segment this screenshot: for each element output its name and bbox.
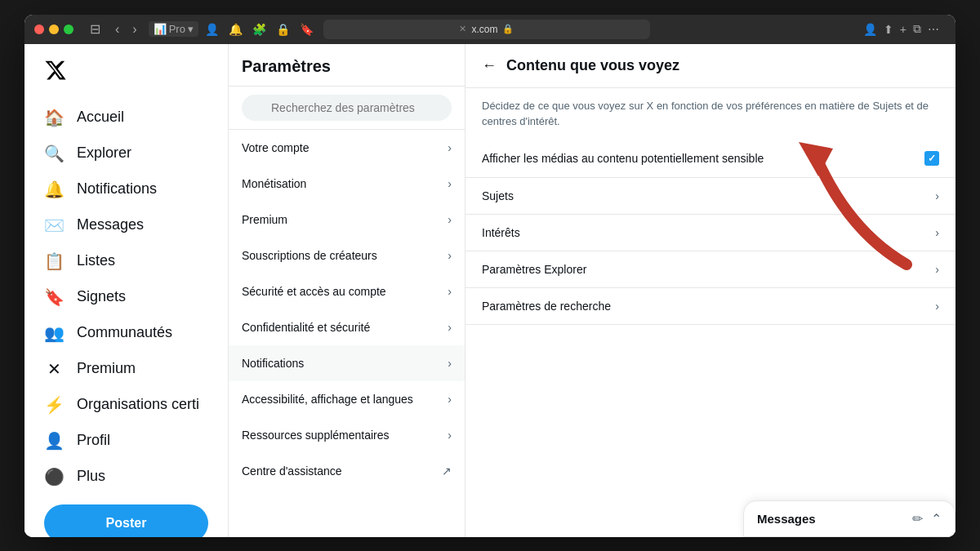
settings-item-premium[interactable]: Premium › <box>229 202 465 238</box>
twitter-logo[interactable] <box>34 51 218 93</box>
main-nav: 🏠 Accueil 🔍 Explorer 🔔 Notifications ✉️ … <box>34 100 218 495</box>
messages-label: Messages <box>77 216 144 233</box>
content-title: Contenu que vous voyez <box>506 57 679 74</box>
pro-label: Pro <box>169 23 185 35</box>
post-button[interactable]: Poster <box>44 504 208 537</box>
toolbar-icons-group: 📊 Pro ▾ 👤 🔔 🧩 🔒 🔖 <box>149 21 317 38</box>
more-toolbar-icon[interactable]: ⋯ <box>928 23 939 36</box>
user-icon: 👤 <box>202 21 222 38</box>
profile-icon: 👤 <box>44 431 64 451</box>
pro-chevron: ▾ <box>188 23 194 35</box>
search-wrapper: 🔍 <box>242 95 452 121</box>
close-button[interactable] <box>34 24 44 34</box>
share-toolbar-icon[interactable]: ⬆ <box>884 23 893 36</box>
premium-icon: ✕ <box>44 359 64 379</box>
profil-label: Profil <box>77 432 110 449</box>
home-icon: 🏠 <box>44 108 64 127</box>
bookmark-icon: 🔖 <box>296 21 317 38</box>
bookmark-nav-icon: 🔖 <box>44 287 64 307</box>
settings-item-ressources[interactable]: Ressources supplémentaires › <box>229 417 465 453</box>
settings-item-votre-compte[interactable]: Votre compte › <box>229 130 465 166</box>
messages-bar[interactable]: Messages ✏ ⌃ <box>743 500 956 537</box>
accueil-label: Accueil <box>77 109 124 126</box>
checkbox-medias-sensibles[interactable] <box>924 151 939 166</box>
browser-titlebar: ⊟ ‹ › 📊 Pro ▾ 👤 🔔 🧩 🔒 🔖 ✕ x.com <box>24 15 956 44</box>
content-option-sujets[interactable]: Sujets › <box>466 178 956 215</box>
content-options: Afficher les médias au contenu potentiel… <box>466 140 956 325</box>
settings-item-confidentialite[interactable]: Confidentialité et sécurité › <box>229 309 465 345</box>
organisations-label: Organisations certi <box>77 396 199 413</box>
windows-toolbar-icon[interactable]: ⧉ <box>913 22 921 36</box>
settings-item-accessibilite[interactable]: Accessibilité, affichage et langues › <box>229 381 465 417</box>
sidebar-item-listes[interactable]: 📋 Listes <box>34 243 218 279</box>
sidebar-item-signets[interactable]: 🔖 Signets <box>34 279 218 315</box>
browser-window: ⊟ ‹ › 📊 Pro ▾ 👤 🔔 🧩 🔒 🔖 ✕ x.com <box>24 15 956 537</box>
toolbar-right: 👤 ⬆ + ⧉ ⋯ <box>863 22 939 36</box>
envelope-icon: ✉️ <box>44 216 64 235</box>
forward-button[interactable]: › <box>127 20 141 38</box>
more-circle-icon: ⚫ <box>44 467 64 487</box>
notifications-label: Notifications <box>77 180 157 198</box>
expand-messages-icon[interactable]: ⌃ <box>931 511 942 527</box>
settings-menu: Votre compte › Monétisation › Premium › … <box>229 130 465 537</box>
settings-item-souscriptions[interactable]: Souscriptions de créateurs › <box>229 238 465 273</box>
sidebar-item-messages[interactable]: ✉️ Messages <box>34 207 218 243</box>
pro-icon: 📊 <box>154 23 167 35</box>
settings-search-input[interactable] <box>242 95 452 121</box>
premium-label: Premium <box>77 360 136 377</box>
lock-icon: 🔒 <box>273 21 293 38</box>
twitter-sidebar: 🏠 Accueil 🔍 Explorer 🔔 Notifications ✉️ … <box>24 44 229 537</box>
content-panel: ← Contenu que vous voyez Décidez de ce q… <box>466 44 956 537</box>
minimize-button[interactable] <box>49 24 59 34</box>
browser-toolbar: ⊟ ‹ › 📊 Pro ▾ 👤 🔔 🧩 🔒 🔖 ✕ x.com <box>80 20 946 39</box>
content-option-medias-sensibles[interactable]: Afficher les médias au contenu potentiel… <box>466 140 956 178</box>
settings-item-centre[interactable]: Centre d'assistance ↗ <box>229 453 465 489</box>
messages-bar-label: Messages <box>757 512 816 526</box>
communautes-label: Communautés <box>77 324 172 341</box>
settings-item-securite[interactable]: Sécurité et accès au compte › <box>229 273 465 309</box>
settings-title: Paramètres <box>229 44 465 87</box>
sidebar-toggle-icon[interactable]: ⊟ <box>87 20 104 38</box>
plus-toolbar-icon[interactable]: + <box>900 23 906 36</box>
extension-icon: 🧩 <box>249 21 270 38</box>
content-option-params-explorer[interactable]: Paramètres Explorer › <box>466 251 956 288</box>
notification-icon: 🔔 <box>225 21 246 38</box>
sidebar-item-organisations[interactable]: ⚡ Organisations certi <box>34 387 218 423</box>
x-favicon: ✕ <box>459 24 466 34</box>
traffic-lights <box>34 24 74 34</box>
url-text: x.com <box>471 24 497 35</box>
plus-label: Plus <box>77 468 105 485</box>
address-bar[interactable]: ✕ x.com 🔒 <box>323 20 650 39</box>
list-icon: 📋 <box>44 251 64 271</box>
content-header: ← Contenu que vous voyez <box>466 44 956 88</box>
settings-item-monetisation[interactable]: Monétisation › <box>229 166 465 202</box>
explorer-label: Explorer <box>77 144 131 162</box>
person-toolbar-icon[interactable]: 👤 <box>863 23 877 36</box>
bell-icon: 🔔 <box>44 180 64 199</box>
sidebar-item-explorer[interactable]: 🔍 Explorer <box>34 136 218 171</box>
sidebar-item-premium[interactable]: ✕ Premium <box>34 351 218 387</box>
sidebar-item-accueil[interactable]: 🏠 Accueil <box>34 100 218 136</box>
sidebar-item-plus[interactable]: ⚫ Plus <box>34 459 218 495</box>
compose-message-icon[interactable]: ✏ <box>912 511 923 527</box>
settings-panel: Paramètres 🔍 Votre compte › Monétisation… <box>229 44 466 537</box>
search-icon: 🔍 <box>44 144 64 163</box>
back-arrow-button[interactable]: ← <box>482 57 497 74</box>
settings-search: 🔍 <box>229 87 465 130</box>
content-option-params-recherche[interactable]: Paramètres de recherche › <box>466 288 956 325</box>
listes-label: Listes <box>77 252 115 269</box>
sidebar-item-profil[interactable]: 👤 Profil <box>34 423 218 459</box>
nav-buttons: ‹ › <box>110 20 142 38</box>
content-description: Décidez de ce que vous voyez sur X en fo… <box>466 88 956 140</box>
sidebar-item-communautes[interactable]: 👥 Communautés <box>34 315 218 351</box>
signets-label: Signets <box>77 288 126 305</box>
pro-badge: 📊 Pro ▾ <box>149 21 198 37</box>
sidebar-item-notifications[interactable]: 🔔 Notifications <box>34 171 218 207</box>
maximize-button[interactable] <box>64 24 74 34</box>
settings-item-notifications[interactable]: Notifications › <box>229 345 465 381</box>
browser-content: 🏠 Accueil 🔍 Explorer 🔔 Notifications ✉️ … <box>24 44 956 537</box>
community-icon: 👥 <box>44 323 64 343</box>
secure-icon: 🔒 <box>502 24 514 34</box>
content-option-interets[interactable]: Intérêts › <box>466 215 956 251</box>
back-button[interactable]: ‹ <box>110 20 124 38</box>
